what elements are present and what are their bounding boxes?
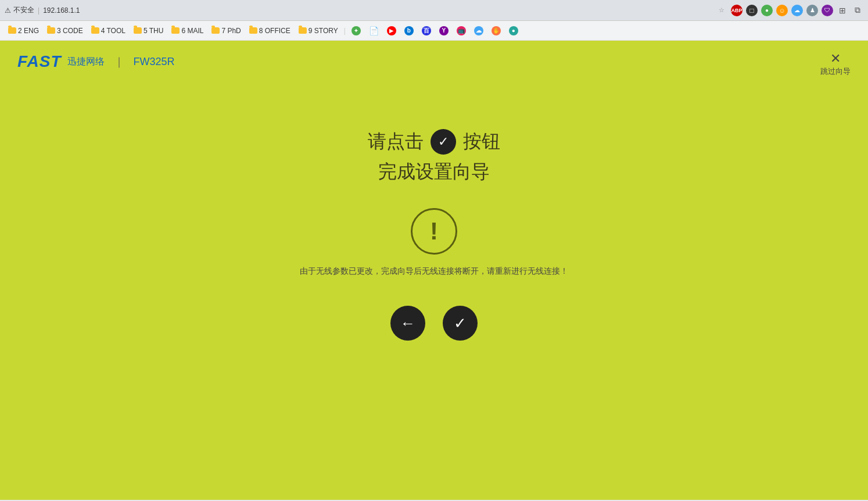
baidu-icon: 百 <box>422 26 431 35</box>
bookmark-mail-label: 6 MAIL <box>181 27 203 35</box>
skip-label: 跳过向导 <box>820 66 851 77</box>
bookmarks-bar: 2 ENG 3 CODE 4 TOOL 5 THU 6 MAIL 7 PhD 8… <box>0 21 868 41</box>
folder-icon-mail <box>171 27 180 34</box>
folder-icon-code <box>47 27 55 34</box>
star-icon[interactable]: ☆ <box>716 5 727 16</box>
fast-logo: FAST <box>17 52 62 71</box>
bookmark-green-circle[interactable]: ✦ <box>348 24 364 37</box>
warning-text: 不安全 <box>13 5 34 15</box>
abp-icon[interactable]: ABP <box>731 5 743 16</box>
confirm-check-icon: ✓ <box>454 314 467 332</box>
bookmark-office-label: 8 OFFICE <box>259 27 290 35</box>
instruction-before-text: 请点击 <box>368 129 424 155</box>
warning-circle-icon: ! <box>411 208 457 255</box>
titlebar-separator: | <box>38 6 40 15</box>
bookmark-story[interactable]: 9 STORY <box>295 25 342 37</box>
bookmark-page-icon[interactable]: 📄 <box>365 24 382 37</box>
bookmark-mail[interactable]: 6 MAIL <box>168 25 207 37</box>
folder-icon-thu <box>134 27 142 34</box>
bookmark-baidu[interactable]: 百 <box>418 24 435 37</box>
confirm-button[interactable]: ✓ <box>443 306 478 341</box>
warning-icon: ⚠ <box>5 6 11 15</box>
smiley-icon[interactable]: ☺ <box>776 5 788 16</box>
browser-titlebar: ⚠ 不安全 | 192.168.1.1 ☆ ABP □ ● ☺ ☁ ♟ 🛡 ⊞ … <box>0 0 868 21</box>
grid-icon[interactable]: ⊞ <box>837 5 848 16</box>
bookmark-code[interactable]: 3 CODE <box>44 25 87 37</box>
bookmark-thu-label: 5 THU <box>144 27 163 35</box>
bookmark-cloud2[interactable]: ☁ <box>471 24 487 37</box>
bookmark-code-label: 3 CODE <box>57 27 83 35</box>
logo-subtitle: 迅捷网络 <box>67 56 105 68</box>
folder-icon-office <box>249 27 257 34</box>
logo-model: FW325R <box>134 56 175 68</box>
cloud-icon[interactable]: ☁ <box>791 5 803 16</box>
circle-green2-icon: ● <box>509 26 518 35</box>
bookmark-tool-label: 4 TOOL <box>101 27 125 35</box>
hand-icon: ✋ <box>492 26 501 35</box>
bookmark-youtube[interactable]: ▶ <box>383 24 400 37</box>
bookmark-separator: | <box>344 27 346 35</box>
bing-icon: b <box>404 26 414 35</box>
cloud2-icon: ☁ <box>474 26 483 35</box>
shield-icon[interactable]: 🛡 <box>822 5 833 16</box>
chess-icon[interactable]: ♟ <box>806 5 818 16</box>
bookmark-bing[interactable]: b <box>401 24 417 37</box>
bookmark-circle-green2[interactable]: ● <box>505 24 522 37</box>
bookmark-phd[interactable]: 7 PhD <box>208 25 244 37</box>
green-circle-icon[interactable]: ● <box>761 5 773 16</box>
skip-close-icon: ✕ <box>830 52 841 65</box>
bottom-buttons: ← ✓ <box>390 306 478 341</box>
inline-check-icon: ✓ <box>431 129 456 155</box>
bookmark-hand[interactable]: ✋ <box>488 24 504 37</box>
bookmark-eng-label: 2 ENG <box>18 27 39 35</box>
instruction-line1: 请点击 ✓ 按钮 <box>368 129 500 155</box>
page-header: FAST 迅捷网络 ｜ FW325R <box>0 41 868 83</box>
skip-wizard-button[interactable]: ✕ 跳过向导 <box>820 52 851 77</box>
bookmark-story-label: 9 STORY <box>309 27 338 35</box>
folder-icon-eng <box>8 27 16 34</box>
bookmark-eng[interactable]: 2 ENG <box>5 25 42 37</box>
address-bar-url[interactable]: 192.168.1.1 <box>43 6 80 15</box>
page-content: FAST 迅捷网络 ｜ FW325R ✕ 跳过向导 请点击 ✓ 按钮 完成设置向… <box>0 41 868 500</box>
instruction-after-text: 按钮 <box>463 129 500 155</box>
titlebar-icons: ☆ ABP □ ● ☺ ☁ ♟ 🛡 ⊞ ⧉ <box>716 5 863 16</box>
bookmark-office[interactable]: 8 OFFICE <box>246 25 294 37</box>
bookmark-yahoo[interactable]: Y <box>436 24 452 37</box>
yahoo-icon: Y <box>439 26 449 35</box>
tv-icon: 📺 <box>457 26 466 35</box>
security-warning: ⚠ 不安全 <box>5 5 34 15</box>
bookmark-tool[interactable]: 4 TOOL <box>88 25 129 37</box>
exclamation-icon: ! <box>430 217 438 245</box>
ext-icon[interactable]: ⧉ <box>852 5 863 16</box>
youtube-icon: ▶ <box>387 26 396 35</box>
back-button[interactable]: ← <box>390 306 425 341</box>
warning-message: 由于无线参数已更改，完成向导后无线连接将断开，请重新进行无线连接！ <box>300 266 568 277</box>
back-arrow-icon: ← <box>400 314 415 332</box>
instruction-line2: 完成设置向导 <box>378 159 490 185</box>
logo-separator: ｜ <box>114 55 124 69</box>
page-icon: 📄 <box>369 26 379 35</box>
bookmark-tv[interactable]: 📺 <box>453 24 469 37</box>
bookmark-thu[interactable]: 5 THU <box>130 25 167 37</box>
green-circle-bookmark-icon: ✦ <box>351 26 361 35</box>
bookmark-phd-label: 7 PhD <box>221 27 241 35</box>
folder-icon-phd <box>211 27 220 34</box>
square-icon[interactable]: □ <box>746 5 758 16</box>
folder-icon-tool <box>91 27 99 34</box>
main-center: 请点击 ✓ 按钮 完成设置向导 ! 由于无线参数已更改，完成向导后无线连接将断开… <box>0 129 868 341</box>
folder-icon-story <box>299 27 307 34</box>
